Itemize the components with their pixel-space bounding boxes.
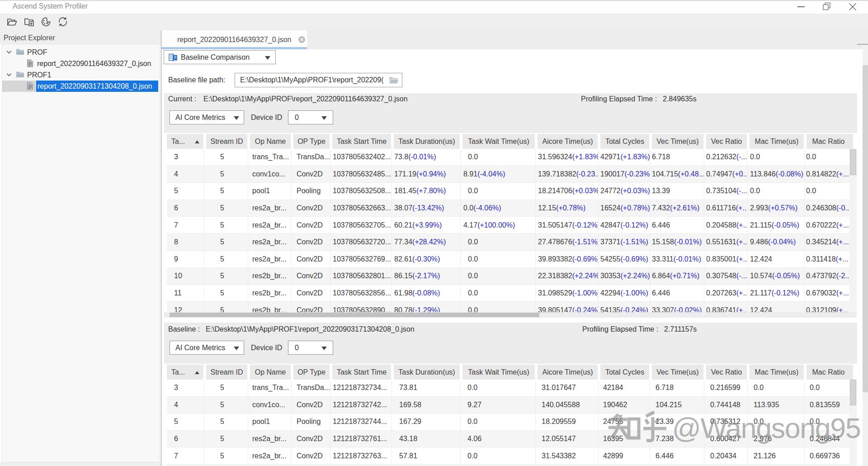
svg-text:@Wangsong95: @Wangsong95 [672, 412, 860, 444]
